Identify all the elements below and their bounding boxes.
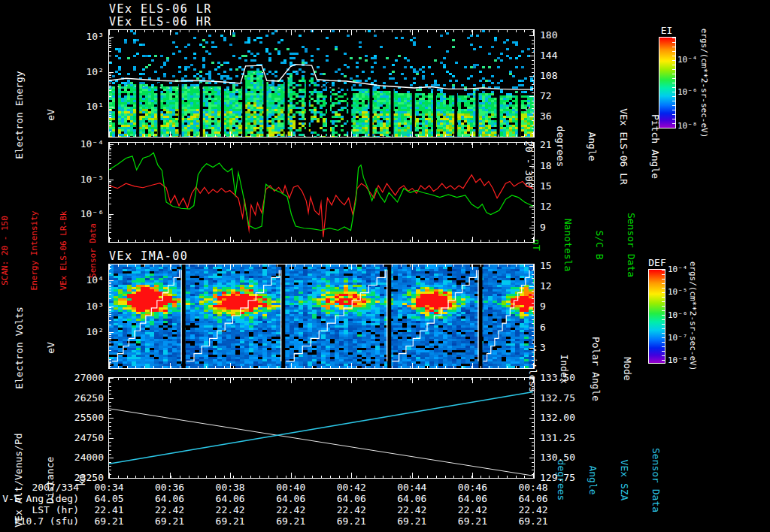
row-label-f107: F10.7 (sfu) <box>0 515 79 527</box>
row-label-lst: LST (hr) <box>0 504 79 515</box>
axis-tick-label: 133.50 <box>540 372 587 383</box>
time-label: 00:42 <box>330 482 372 493</box>
colorbar-def-tick-label: 10⁻⁷ <box>668 333 688 343</box>
colorbar-def-title: DEF <box>645 257 669 268</box>
time-label: 00:44 <box>391 482 433 493</box>
annotation-value: 69.21 <box>209 515 251 527</box>
axis-tick-label: 36 <box>540 110 587 122</box>
annotation-value: 64.06 <box>209 493 251 504</box>
annotation-value: 69.21 <box>88 515 130 527</box>
axis-tick-label: 132.75 <box>540 392 587 404</box>
annotation-value: 69.21 <box>512 515 554 527</box>
panel3-plot-canvas <box>108 264 535 369</box>
axis-tick-label: 25500 <box>41 412 104 423</box>
axis-tick-label: 10¹ <box>41 101 104 112</box>
annotation-value: 69.21 <box>330 515 372 527</box>
row-label-ve-ang: V-E Ang (deg) <box>0 493 79 504</box>
axis-tick-label: 12 <box>540 201 587 212</box>
colorbar-ei-tick-label: 10⁻⁶ <box>678 87 698 97</box>
annotation-value: 64.06 <box>330 493 372 504</box>
axis-tick-label: 72 <box>540 90 587 101</box>
annotation-value: 69.21 <box>149 515 191 527</box>
time-label: 00:36 <box>149 482 191 493</box>
panel4-plot-canvas <box>108 377 535 479</box>
annotation-value: 22.42 <box>270 504 312 515</box>
annotation-value: 22.42 <box>391 504 433 515</box>
time-label: 00:40 <box>270 482 312 493</box>
panel3-title: VEx IMA-00 <box>109 249 188 263</box>
annotation-value: 64.06 <box>451 493 493 504</box>
colorbar-ei-units: ergs/(cm**2-sr-sec-eV) <box>699 20 709 147</box>
colorbar-ei-tick-label: 10⁻⁸ <box>678 121 698 131</box>
axis-tick-label: 130.50 <box>540 452 587 463</box>
axis-tick-label: 10² <box>41 326 104 337</box>
axis-tick-label: 108 <box>540 70 587 81</box>
axis-tick-label: 10³ <box>41 301 104 312</box>
annotation-value: 64.05 <box>88 493 130 504</box>
colorbar-ei-title: EI <box>657 25 676 36</box>
annotation-value: 22.42 <box>451 504 493 515</box>
panel1-title-line1: VEx ELS-06 LR <box>109 2 212 16</box>
axis-tick-label: 10⁻⁴ <box>41 138 104 150</box>
colorbar-def-tick-label: 10⁻⁴ <box>668 264 688 274</box>
annotation-value: 22.41 <box>88 504 130 515</box>
axis-tick-label: 26250 <box>41 392 104 404</box>
colorbar-ei <box>659 37 676 128</box>
axis-tick-label: 9 <box>540 301 587 312</box>
colorbar-def-tick-label: 10⁻⁶ <box>668 310 688 320</box>
axis-tick-label: 6 <box>540 322 587 333</box>
axis-tick-label: 12 <box>540 280 587 292</box>
axis-tick-label: 132.00 <box>540 412 587 423</box>
axis-tick-label: 27000 <box>41 372 104 383</box>
time-label: 00:48 <box>512 482 554 493</box>
axis-tick-label: 24000 <box>41 452 104 463</box>
annotation-value: 64.06 <box>391 493 433 504</box>
time-label: 00:46 <box>451 482 493 493</box>
plot-screen: VEx ELS-06 LR VEx ELS-06 HR VEx IMA-00 E… <box>0 0 770 532</box>
annotation-value: 64.06 <box>149 493 191 504</box>
colorbar-def <box>648 269 665 364</box>
annotation-value: 22.42 <box>209 504 251 515</box>
axis-tick-label: 21 <box>540 139 587 150</box>
annotation-value: 69.21 <box>270 515 312 527</box>
axis-tick-label: 131.25 <box>540 432 587 443</box>
date-label: 2007/334 <box>0 482 79 493</box>
annotation-value: 22.42 <box>149 504 191 515</box>
annotation-value: 64.06 <box>270 493 312 504</box>
axis-tick-label: 10³ <box>41 31 104 42</box>
axis-tick-label: 3 <box>540 342 587 353</box>
annotation-value: 69.21 <box>391 515 433 527</box>
axis-tick-label: 10⁻⁵ <box>41 174 104 185</box>
axis-tick-label: 144 <box>540 50 587 61</box>
time-label: 00:34 <box>88 482 130 493</box>
annotation-value: 64.06 <box>512 493 554 504</box>
axis-tick-label: 10⁴ <box>41 274 104 286</box>
panel1-title-line2: VEx ELS-06 HR <box>109 15 212 29</box>
colorbar-def-units: ergs/(cm**2-sr-sec-eV) <box>688 252 698 380</box>
axis-tick-label: 180 <box>540 29 587 41</box>
axis-tick-label: 10⁻⁶ <box>41 208 104 219</box>
annotation-value: 22.42 <box>330 504 372 515</box>
time-label: 00:38 <box>209 482 251 493</box>
axis-tick-label: 9 <box>540 222 587 233</box>
colorbar-ei-tick-label: 10⁻⁴ <box>678 55 698 65</box>
panel1-plot-canvas <box>108 29 535 138</box>
panel1-y-axis-label: Electron Energy eV <box>0 62 77 168</box>
axis-tick-label: 24750 <box>41 432 104 443</box>
axis-tick-label: 10² <box>41 66 104 77</box>
axis-tick-label: 18 <box>540 160 587 171</box>
axis-tick-label: 15 <box>540 260 587 271</box>
annotation-value: 69.21 <box>451 515 493 527</box>
annotation-value: 22.42 <box>512 504 554 515</box>
colorbar-def-tick-label: 10⁻⁸ <box>668 355 688 365</box>
axis-tick-label: 15 <box>540 180 587 192</box>
colorbar-def-tick-label: 10⁻⁵ <box>668 287 688 297</box>
panel2-plot-canvas <box>108 142 535 243</box>
